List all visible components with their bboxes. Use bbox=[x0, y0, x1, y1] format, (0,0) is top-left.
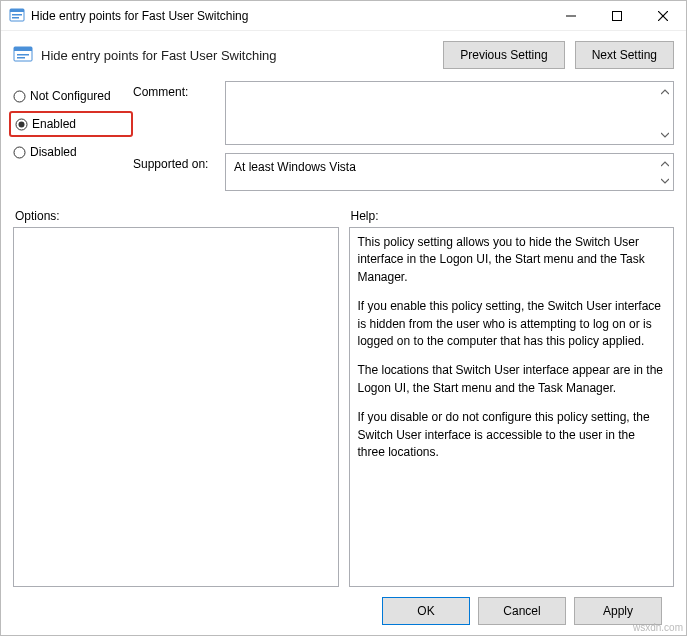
scroll-down-icon[interactable] bbox=[656, 173, 673, 188]
svg-point-14 bbox=[19, 121, 25, 127]
ok-button[interactable]: OK bbox=[382, 597, 470, 625]
panels-row: Options: Help: This policy setting allow… bbox=[13, 203, 674, 587]
comment-label: Comment: bbox=[133, 81, 225, 145]
policy-icon bbox=[9, 8, 25, 24]
state-radios: Not Configured Enabled Disabled bbox=[13, 81, 133, 199]
svg-rect-9 bbox=[14, 47, 32, 51]
help-label: Help: bbox=[349, 203, 675, 227]
watermark-text: wsxdn.com bbox=[633, 622, 683, 633]
policy-header-icon bbox=[13, 45, 33, 65]
config-row: Not Configured Enabled Disabled Comment: bbox=[13, 81, 674, 199]
supported-value: At least Windows Vista bbox=[234, 160, 356, 174]
fields-column: Comment: Supported on: At least Windows … bbox=[133, 81, 674, 199]
radio-off-icon bbox=[13, 146, 26, 159]
radio-not-configured[interactable]: Not Configured bbox=[13, 83, 133, 109]
svg-rect-10 bbox=[17, 54, 29, 56]
supported-scrollbar bbox=[656, 154, 673, 190]
comment-textarea[interactable] bbox=[225, 81, 674, 145]
help-text: This policy setting allows you to hide t… bbox=[358, 234, 666, 286]
scroll-down-icon[interactable] bbox=[656, 127, 673, 142]
svg-rect-5 bbox=[613, 11, 622, 20]
radio-off-icon bbox=[13, 90, 26, 103]
policy-editor-window: Hide entry points for Fast User Switchin… bbox=[0, 0, 687, 636]
svg-rect-1 bbox=[10, 9, 24, 12]
next-setting-button[interactable]: Next Setting bbox=[575, 41, 674, 69]
apply-button[interactable]: Apply bbox=[574, 597, 662, 625]
footer-buttons: OK Cancel Apply bbox=[13, 587, 674, 635]
window-title: Hide entry points for Fast User Switchin… bbox=[31, 9, 248, 23]
minimize-button[interactable] bbox=[548, 1, 594, 31]
help-text: If you enable this policy setting, the S… bbox=[358, 298, 666, 350]
supported-label: Supported on: bbox=[133, 153, 225, 191]
help-box[interactable]: This policy setting allows you to hide t… bbox=[349, 227, 675, 587]
maximize-button[interactable] bbox=[594, 1, 640, 31]
svg-rect-2 bbox=[12, 14, 22, 16]
window-controls bbox=[548, 1, 686, 31]
help-panel: Help: This policy setting allows you to … bbox=[349, 203, 675, 587]
help-text: The locations that Switch User interface… bbox=[358, 362, 666, 397]
close-button[interactable] bbox=[640, 1, 686, 31]
options-label: Options: bbox=[13, 203, 339, 227]
supported-row: Supported on: At least Windows Vista bbox=[133, 153, 674, 191]
options-box[interactable] bbox=[13, 227, 339, 587]
svg-point-12 bbox=[14, 91, 25, 102]
supported-textarea: At least Windows Vista bbox=[225, 153, 674, 191]
svg-rect-3 bbox=[12, 17, 19, 19]
content-area: Not Configured Enabled Disabled Comment: bbox=[1, 73, 686, 635]
comment-scrollbar bbox=[656, 82, 673, 144]
cancel-button[interactable]: Cancel bbox=[478, 597, 566, 625]
previous-setting-button[interactable]: Previous Setting bbox=[443, 41, 564, 69]
help-text: If you disable or do not configure this … bbox=[358, 409, 666, 461]
page-heading: Hide entry points for Fast User Switchin… bbox=[41, 48, 433, 63]
radio-on-icon bbox=[15, 118, 28, 131]
radio-disabled[interactable]: Disabled bbox=[13, 139, 133, 165]
comment-row: Comment: bbox=[133, 81, 674, 145]
svg-point-15 bbox=[14, 147, 25, 158]
scroll-up-icon[interactable] bbox=[656, 84, 673, 99]
scroll-up-icon[interactable] bbox=[656, 156, 673, 171]
radio-label: Enabled bbox=[32, 117, 76, 131]
options-panel: Options: bbox=[13, 203, 339, 587]
radio-label: Disabled bbox=[30, 145, 77, 159]
radio-enabled[interactable]: Enabled bbox=[9, 111, 133, 137]
titlebar: Hide entry points for Fast User Switchin… bbox=[1, 1, 686, 31]
radio-label: Not Configured bbox=[30, 89, 111, 103]
header-row: Hide entry points for Fast User Switchin… bbox=[1, 31, 686, 73]
svg-rect-11 bbox=[17, 57, 25, 59]
